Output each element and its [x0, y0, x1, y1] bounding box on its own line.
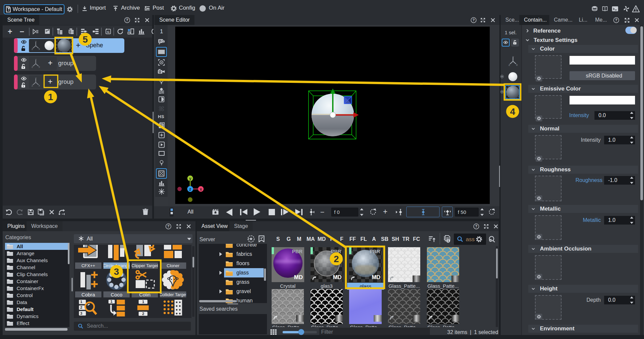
svg-text:y: y — [189, 176, 192, 181]
svg-text:x: x — [200, 187, 202, 192]
svg-text:2: 2 — [142, 312, 144, 316]
svg-text:1: 1 — [110, 299, 113, 303]
svg-text:3: 3 — [80, 311, 82, 315]
svg-text:z: z — [189, 187, 191, 192]
svg-text:2: 2 — [80, 305, 82, 309]
svg-text:1: 1 — [142, 300, 144, 304]
svg-text:1: 1 — [80, 300, 82, 304]
svg-text:G: G — [107, 30, 109, 34]
